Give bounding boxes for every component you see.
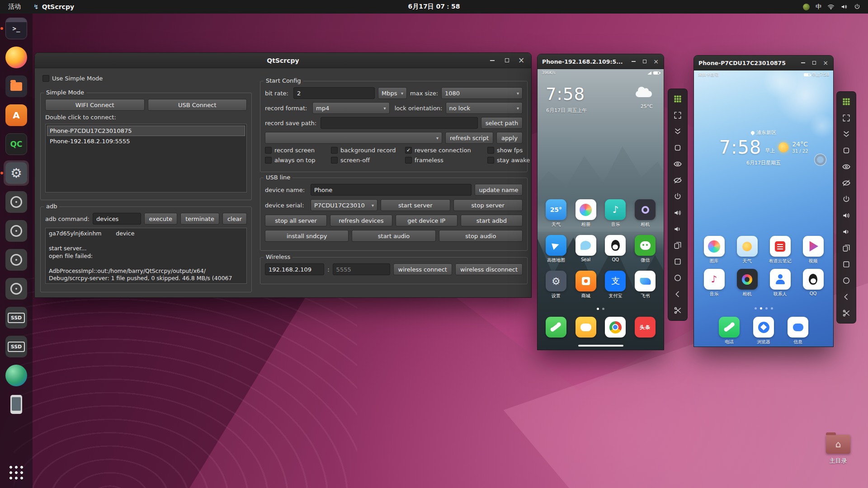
volume-up-icon[interactable] — [839, 208, 854, 223]
max-size-combo[interactable]: 1080▾ — [441, 87, 523, 99]
app-grid-icon[interactable] — [670, 92, 685, 106]
maximize-button[interactable] — [502, 56, 511, 65]
app-Seal[interactable]: Seal — [572, 235, 600, 263]
wireless-ip-input[interactable] — [265, 263, 324, 275]
power-icon[interactable] — [839, 192, 854, 206]
fullscreen-icon[interactable] — [839, 111, 854, 125]
app-设置[interactable]: ⚙设置 — [542, 271, 570, 298]
dock-item-ssd-drive[interactable]: SSD — [4, 334, 29, 359]
close-button[interactable]: × — [517, 56, 526, 65]
touch-icon[interactable] — [670, 141, 685, 155]
wifi-connect-button[interactable]: WIFI Connect — [45, 99, 145, 111]
system-tray[interactable]: 中 — [803, 3, 868, 11]
select-path-button[interactable]: select path — [481, 117, 523, 129]
app-相册[interactable]: 相册 — [572, 199, 600, 227]
device-list[interactable]: Phone-P7CDU17C23010875Phone-192.168.2.10… — [45, 124, 247, 192]
app-微信[interactable]: 微信 — [631, 235, 659, 263]
install-sndcpy-button[interactable]: install sndcpy — [265, 230, 349, 242]
collapse-icon[interactable] — [839, 127, 854, 141]
app-音乐[interactable]: ♪音乐 — [601, 199, 629, 227]
device-list-item[interactable]: Phone-P7CDU17C23010875 — [47, 126, 245, 136]
dock-item-phone-device[interactable] — [4, 392, 29, 417]
phone2-titlebar[interactable]: Phone-P7CDU17C23010875 × — [694, 56, 833, 70]
checkbox-record-screen[interactable]: record screen — [265, 147, 331, 154]
minimize-button[interactable] — [488, 56, 497, 65]
device-list-item[interactable]: Phone-192.168.2.109:5555 — [47, 136, 245, 146]
get-device-ip-button[interactable]: get device IP — [396, 215, 458, 226]
dock-item-qtcreator[interactable]: QC — [4, 131, 29, 157]
app-电话[interactable]: 电话 — [715, 317, 743, 345]
start-audio-button[interactable]: start audio — [352, 230, 435, 242]
app-有道云笔记[interactable]: 有道云笔记 — [766, 236, 794, 263]
maximize-button[interactable] — [641, 58, 648, 65]
show-screen-icon[interactable] — [839, 160, 854, 174]
activities-button[interactable]: 活动 — [0, 0, 29, 14]
close-button[interactable]: × — [652, 58, 660, 65]
app-chrome[interactable] — [601, 317, 629, 338]
device-serial-combo[interactable]: P7CDU17C23010▾ — [311, 199, 377, 211]
collapse-icon[interactable] — [670, 124, 685, 139]
checkbox-frameless[interactable]: frameless — [405, 157, 487, 164]
app-grid-icon[interactable] — [839, 94, 854, 109]
apply-button[interactable]: apply — [496, 132, 523, 144]
app-联系人[interactable]: 联系人 — [766, 269, 794, 296]
checkbox-reverse-connection[interactable]: ✓reverse connection — [405, 147, 487, 154]
back-icon[interactable] — [670, 287, 685, 301]
dock-item-device-window[interactable] — [4, 189, 29, 215]
menu-icon[interactable] — [839, 257, 854, 272]
dock-item-device-window[interactable] — [4, 218, 29, 244]
app-QQ[interactable]: QQ — [799, 269, 827, 296]
home-icon[interactable] — [670, 271, 685, 285]
volume-up-icon[interactable] — [670, 206, 685, 220]
app-menu[interactable]: ↯ QtScrcpy — [29, 3, 79, 10]
app-mi-phone[interactable] — [542, 317, 570, 338]
app-switch-icon[interactable] — [839, 241, 854, 255]
minimize-button[interactable] — [799, 59, 807, 66]
main-titlebar[interactable]: QtScrcpy × — [35, 53, 531, 68]
stop-server-button[interactable]: stop server — [453, 199, 523, 211]
phone2-screen[interactable]: 未插卡自宅 早上7:58 浦东新区 7:58 早上 24°C 31 / 22 6… — [694, 70, 833, 347]
app-飞书[interactable]: 飞书 — [631, 271, 659, 298]
device-name-input[interactable] — [311, 184, 472, 196]
wireless-connect-button[interactable]: wireless connect — [393, 263, 452, 275]
home-folder-shortcut[interactable]: ⌂ 主目录 — [819, 435, 857, 465]
record-format-combo[interactable]: mp4▾ — [312, 102, 390, 114]
usb-connect-button[interactable]: USB Connect — [148, 99, 247, 111]
checkbox-show-fps[interactable]: show fps — [487, 147, 523, 154]
dock-item-show-apps[interactable] — [4, 460, 29, 485]
dock-item-disk-usage[interactable] — [4, 363, 29, 388]
dock-item-settings-gear[interactable]: ⚙ — [4, 160, 29, 186]
clock-menu[interactable]: 6月17日 07：58 — [408, 3, 460, 11]
screenshot-icon[interactable] — [839, 306, 854, 320]
terminate-button[interactable]: terminate — [180, 213, 219, 225]
app-toutiao[interactable]: 头条 — [631, 317, 659, 338]
bit-rate-unit-combo[interactable]: Mbps▾ — [378, 87, 407, 99]
start-adbd-button[interactable]: start adbd — [461, 215, 523, 226]
wireless-port-input[interactable] — [333, 263, 390, 275]
app-相机[interactable]: 相机 — [631, 199, 659, 227]
back-icon[interactable] — [839, 290, 854, 304]
dock-item-device-window[interactable] — [4, 276, 29, 301]
script-combo[interactable]: ▾ — [265, 132, 442, 144]
app-图库[interactable]: 图库 — [700, 236, 728, 263]
hide-screen-icon[interactable] — [670, 173, 685, 188]
show-screen-icon[interactable] — [670, 157, 685, 171]
checkbox-stay-awake[interactable]: stay awake — [487, 157, 530, 164]
menu-icon[interactable] — [670, 254, 685, 269]
phone1-screen[interactable]: 396K/s 7:58 6月17日 周五上午 25°C 25°天气相册♪音乐相机… — [538, 69, 664, 350]
update-name-button[interactable]: update name — [475, 184, 523, 196]
assistive-ball[interactable] — [814, 154, 826, 166]
bit-rate-input[interactable] — [293, 87, 375, 99]
dock-item-firefox[interactable] — [4, 45, 29, 70]
power-icon[interactable] — [670, 189, 685, 204]
lock-orientation-combo[interactable]: no lock▾ — [446, 102, 523, 114]
minimize-button[interactable] — [630, 58, 637, 65]
app-视频[interactable]: 视频 — [799, 236, 827, 263]
dock-item-orange-app[interactable] — [4, 74, 29, 99]
hide-screen-icon[interactable] — [839, 176, 854, 190]
app-天气[interactable]: 天气 — [733, 236, 761, 263]
adb-command-input[interactable] — [93, 213, 141, 225]
clear-button[interactable]: clear — [222, 213, 247, 225]
refresh-devices-button[interactable]: refresh devices — [330, 215, 392, 226]
touch-icon[interactable] — [839, 143, 854, 158]
